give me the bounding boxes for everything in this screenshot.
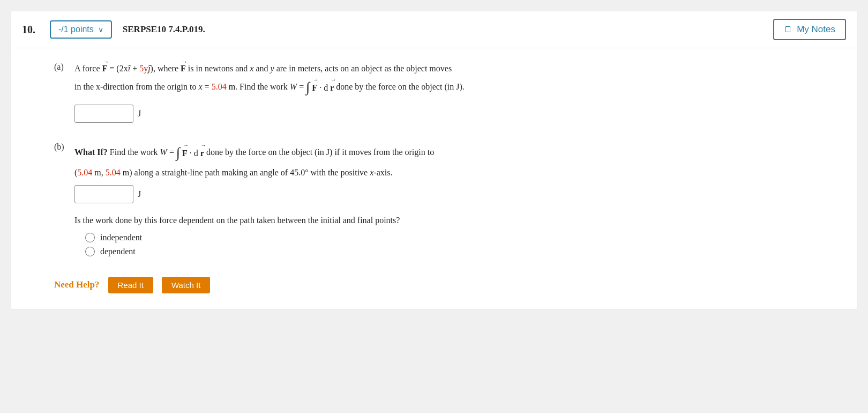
radio-independent[interactable] — [85, 233, 95, 242]
need-help-label: Need Help? — [54, 279, 100, 290]
force-integral-b: F→ — [182, 146, 188, 160]
part-b-text: What If? Find the work W = ∫ F→ · d r→ d… — [74, 141, 835, 179]
dr-vec-b: r→ — [200, 146, 204, 160]
part-a-label: (a) — [54, 61, 70, 125]
x-val-a: 5.04 — [212, 82, 227, 91]
radio-option-dependent: dependent — [85, 247, 835, 256]
integral-symbol-b: ∫ — [176, 145, 180, 160]
question-header: 10. -/1 points ∨ SERPSE10 7.4.P.019. 🗒 M… — [11, 11, 857, 48]
radio-dependent[interactable] — [85, 247, 95, 256]
part-a: (a) A force F→ = (2xî + 5yĵ), where F→ i… — [54, 61, 835, 125]
dr-vec-a: r→ — [330, 80, 334, 95]
x-val-b1: 5.04 — [77, 168, 92, 177]
need-help-section: Need Help? Read It Watch It — [54, 277, 835, 293]
what-if-label: What If? — [74, 148, 108, 157]
part-b-content: What If? Find the work W = ∫ F→ · d r→ d… — [74, 141, 835, 261]
radio-independent-label[interactable]: independent — [100, 233, 142, 242]
question-number: 10. — [22, 24, 41, 36]
part-b-answer-row: J — [74, 185, 835, 203]
part-a-unit: J — [138, 109, 141, 119]
part-a-text: A force F→ = (2xî + 5yĵ), where F→ is in… — [74, 61, 835, 99]
my-notes-button[interactable]: 🗒 My Notes — [773, 19, 846, 40]
highlight-coeff-a: 5y — [139, 64, 148, 73]
part-a-content: A force F→ = (2xî + 5yĵ), where F→ is in… — [74, 61, 835, 125]
question-id: SERPSE10 7.4.P.019. — [123, 24, 773, 35]
part-a-input[interactable] — [74, 105, 133, 123]
integral-symbol-a: ∫ — [306, 79, 310, 95]
part-b-unit: J — [138, 189, 141, 199]
question-body: (a) A force F→ = (2xî + 5yĵ), where F→ i… — [11, 48, 857, 309]
x-val-b2: 5.04 — [106, 168, 121, 177]
dot-product-b: · d — [190, 149, 198, 158]
my-notes-label: My Notes — [797, 24, 835, 35]
dot-product-a: · d — [319, 83, 328, 92]
read-it-button[interactable]: Read It — [108, 277, 153, 293]
part-b-input[interactable] — [74, 185, 133, 203]
points-label: -/1 points — [58, 25, 94, 34]
force-vec-a2: F→ — [181, 61, 186, 76]
force-integral-a: F→ — [312, 80, 317, 95]
part-a-answer-row: J — [74, 105, 835, 123]
question-container: 10. -/1 points ∨ SERPSE10 7.4.P.019. 🗒 M… — [11, 11, 857, 310]
watch-it-button[interactable]: Watch It — [162, 277, 210, 293]
radio-dependent-label[interactable]: dependent — [100, 247, 136, 256]
radio-option-independent: independent — [85, 233, 835, 242]
notes-icon: 🗒 — [784, 25, 792, 34]
part-b-label: (b) — [54, 141, 70, 261]
chevron-down-icon: ∨ — [98, 25, 103, 34]
part-b: (b) What If? Find the work W = ∫ F→ · d … — [54, 141, 835, 261]
points-button[interactable]: -/1 points ∨ — [50, 20, 112, 39]
path-question: Is the work done by this force dependent… — [74, 213, 835, 227]
force-vec-a: F→ — [102, 61, 108, 76]
radio-group: independent dependent — [85, 233, 835, 256]
